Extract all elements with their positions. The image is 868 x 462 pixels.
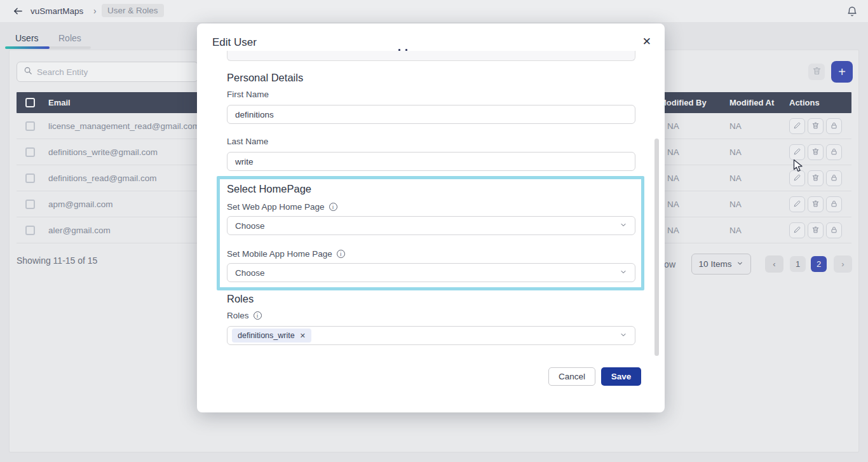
modal-scrollbar[interactable] — [654, 139, 659, 356]
homepage-highlight-box: Select HomePage Set Web App Home Page i … — [217, 176, 644, 290]
clipped-scrolled-field[interactable] — [227, 51, 635, 61]
last-name-field[interactable] — [227, 152, 635, 171]
info-icon[interactable]: i — [337, 250, 345, 258]
edit-user-modal: Edit User ✕ Personal Details First Name … — [197, 24, 665, 412]
first-name-label: First Name — [227, 90, 269, 99]
close-icon[interactable]: ✕ — [642, 35, 651, 48]
modal-title: Edit User — [212, 36, 257, 49]
info-icon[interactable]: i — [329, 203, 337, 211]
mobile-home-page-label-text: Set Mobile App Home Page — [227, 249, 332, 259]
chip-remove-icon[interactable]: ✕ — [300, 332, 306, 340]
web-home-page-label-text: Set Web App Home Page — [227, 202, 325, 212]
section-heading-select-homepage: Select HomePage — [227, 183, 311, 195]
web-home-page-label: Set Web App Home Page i — [227, 202, 337, 212]
mobile-home-page-value: Choose — [235, 268, 265, 278]
screen: vuSmartMaps › User & Roles Users Roles +… — [0, 0, 868, 462]
role-chip-label: definitions_write — [238, 331, 295, 340]
roles-label: Roles i — [227, 311, 262, 320]
section-heading-roles: Roles — [227, 293, 254, 305]
info-icon[interactable]: i — [254, 311, 262, 320]
first-name-field[interactable] — [227, 105, 635, 124]
mobile-home-page-select[interactable]: Choose — [227, 263, 635, 282]
role-chip: definitions_write ✕ — [232, 329, 311, 343]
section-heading-personal-details: Personal Details — [227, 72, 303, 84]
roles-label-text: Roles — [227, 311, 249, 320]
chevron-down-icon — [620, 330, 627, 341]
last-name-label: Last Name — [227, 137, 268, 146]
save-button[interactable]: Save — [601, 367, 641, 386]
cancel-button[interactable]: Cancel — [548, 367, 595, 386]
chevron-down-icon — [620, 221, 627, 231]
web-home-page-value: Choose — [235, 221, 265, 231]
mobile-home-page-label: Set Mobile App Home Page i — [227, 249, 345, 259]
chevron-down-icon — [620, 268, 627, 278]
web-home-page-select[interactable]: Choose — [227, 216, 635, 235]
roles-multiselect[interactable]: definitions_write ✕ — [227, 326, 635, 345]
